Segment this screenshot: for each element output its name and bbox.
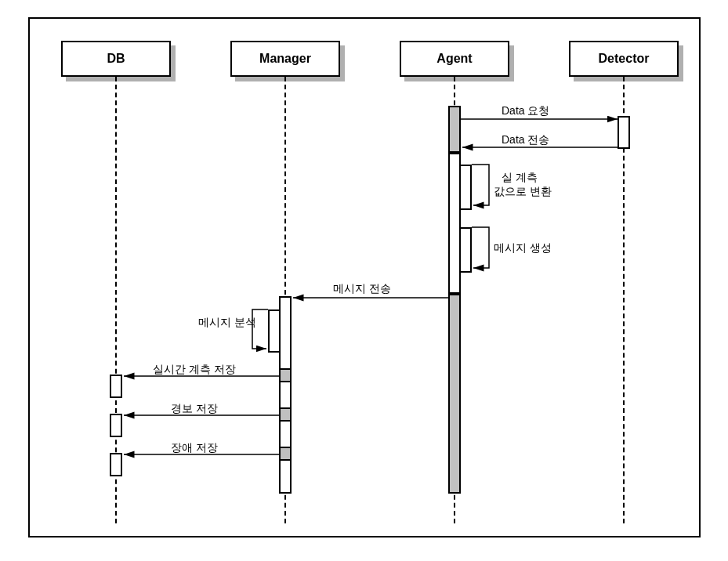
activation-agent-lower-shaded	[448, 294, 461, 494]
activation-agent-top-shaded	[448, 106, 461, 153]
label-data-request: Data 요청	[502, 104, 549, 118]
label-rt-store: 실시간 계측 저장	[153, 363, 236, 377]
label-convert-1: 실 계측	[502, 171, 538, 185]
participant-db: DB	[61, 41, 171, 77]
activation-agent-self-convert	[459, 165, 472, 210]
label-fault-store: 장애 저장	[171, 441, 218, 455]
label-msg-analyze: 메시지 분석	[198, 316, 256, 330]
participant-manager: Manager	[230, 41, 340, 77]
participant-db-label: DB	[107, 52, 125, 66]
activation-manager-band2	[279, 407, 292, 422]
activation-manager-band1	[279, 368, 292, 382]
participant-agent: Agent	[400, 41, 509, 77]
label-msg-create: 메시지 생성	[494, 241, 552, 255]
activation-db-2	[110, 414, 122, 437]
activation-db-1	[110, 375, 122, 398]
participant-detector: Detector	[569, 41, 679, 77]
label-convert-2: 값으로 변환	[494, 185, 552, 199]
diagram-border	[28, 17, 701, 537]
activation-agent-self-create	[459, 227, 472, 273]
sequence-diagram: DB Manager Agent Detector Data 요청 Data 전…	[0, 0, 728, 561]
activation-db-3	[110, 453, 122, 476]
activation-manager-self-analyze	[268, 309, 281, 353]
activation-manager-band3	[279, 447, 292, 461]
label-msg-send: 메시지 전송	[333, 282, 391, 296]
label-alarm-store: 경보 저장	[171, 402, 218, 416]
label-data-send: Data 전송	[502, 133, 549, 147]
participant-detector-label: Detector	[599, 52, 650, 66]
participant-agent-label: Agent	[436, 52, 472, 66]
participant-manager-label: Manager	[259, 52, 311, 66]
activation-detector	[618, 116, 630, 149]
activation-manager	[279, 296, 292, 494]
